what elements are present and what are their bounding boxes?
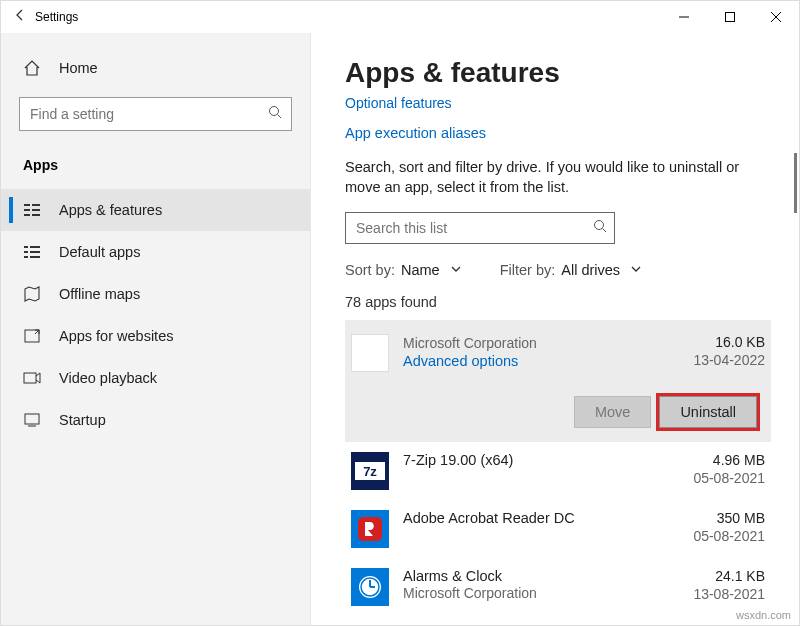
- app-execution-aliases-link[interactable]: App execution aliases: [345, 125, 771, 141]
- search-list-input[interactable]: [345, 212, 615, 244]
- sidebar-item-label: Apps & features: [59, 202, 162, 218]
- apps-count: 78 apps found: [345, 294, 771, 310]
- maximize-button[interactable]: [707, 1, 753, 33]
- advanced-options-link[interactable]: Advanced options: [403, 353, 518, 369]
- app-date: 13-08-2021: [693, 586, 765, 602]
- svg-rect-14: [24, 256, 28, 258]
- chevron-down-icon: [450, 262, 462, 278]
- list-search-wrap: [345, 212, 615, 244]
- search-icon: [593, 219, 607, 237]
- titlebar: Settings: [1, 1, 799, 33]
- sort-label: Sort by:: [345, 262, 395, 278]
- optional-features-link[interactable]: Optional features: [345, 95, 771, 111]
- app-date: 05-08-2021: [693, 528, 765, 544]
- svg-rect-1: [726, 12, 735, 21]
- sidebar-item-apps-for-websites[interactable]: Apps for websites: [1, 315, 310, 357]
- app-icon-7zip: 7z: [351, 452, 389, 490]
- svg-rect-19: [24, 373, 36, 383]
- sidebar-item-video-playback[interactable]: Video playback: [1, 357, 310, 399]
- apps-websites-icon: [23, 327, 41, 345]
- home-icon: [23, 59, 41, 77]
- app-name: 7-Zip 19.00 (x64): [403, 452, 693, 468]
- svg-rect-7: [24, 209, 30, 211]
- app-size: 4.96 MB: [693, 452, 765, 468]
- app-date: 05-08-2021: [693, 470, 765, 486]
- find-setting-wrap: [19, 97, 292, 131]
- startup-icon: [23, 411, 41, 429]
- sort-value: Name: [401, 262, 440, 278]
- app-row-selected[interactable]: Microsoft Corporation Advanced options 1…: [345, 320, 771, 442]
- svg-rect-9: [32, 204, 40, 206]
- uninstall-button[interactable]: Uninstall: [659, 396, 757, 428]
- app-row[interactable]: 7z 7-Zip 19.00 (x64) 4.96 MB 05-08-2021: [345, 442, 771, 500]
- move-button: Move: [574, 396, 651, 428]
- window-body: Home Apps Apps & features Default app: [1, 33, 799, 625]
- default-apps-icon: [23, 243, 41, 261]
- sidebar-item-label: Offline maps: [59, 286, 140, 302]
- filter-label: Filter by:: [500, 262, 556, 278]
- chevron-down-icon: [630, 262, 642, 278]
- svg-line-23: [603, 228, 607, 232]
- svg-rect-12: [24, 246, 28, 248]
- app-icon: [351, 334, 389, 372]
- page-title: Apps & features: [345, 57, 771, 89]
- settings-window: Settings Home: [0, 0, 800, 626]
- category-title: Apps: [1, 149, 310, 189]
- svg-line-5: [278, 115, 282, 119]
- svg-rect-6: [24, 204, 30, 206]
- sidebar-item-label: Apps for websites: [59, 328, 173, 344]
- minimize-button[interactable]: [661, 1, 707, 33]
- sort-dropdown[interactable]: Sort by: Name: [345, 262, 462, 278]
- scrollbar-thumb[interactable]: [794, 153, 797, 213]
- app-size: 350 MB: [693, 510, 765, 526]
- svg-rect-10: [32, 209, 40, 211]
- home-nav[interactable]: Home: [1, 53, 310, 97]
- watermark: wsxdn.com: [736, 609, 791, 621]
- app-publisher: Microsoft Corporation: [403, 585, 693, 601]
- window-controls: [661, 1, 799, 33]
- offline-maps-icon: [23, 285, 41, 303]
- filter-dropdown[interactable]: Filter by: All drives: [500, 262, 642, 278]
- app-name: Alarms & Clock: [403, 568, 693, 584]
- svg-rect-13: [24, 251, 28, 253]
- sidebar: Home Apps Apps & features Default app: [1, 33, 311, 625]
- sidebar-item-default-apps[interactable]: Default apps: [1, 231, 310, 273]
- svg-rect-11: [32, 214, 40, 216]
- svg-point-4: [270, 107, 279, 116]
- sidebar-item-offline-maps[interactable]: Offline maps: [1, 273, 310, 315]
- video-playback-icon: [23, 369, 41, 387]
- app-publisher: Microsoft Corporation: [403, 335, 693, 351]
- app-size: 24.1 KB: [693, 568, 765, 584]
- titlebar-left: Settings: [13, 8, 78, 26]
- app-list: Microsoft Corporation Advanced options 1…: [345, 320, 771, 616]
- app-icon-alarms: [351, 568, 389, 606]
- svg-point-22: [595, 220, 604, 229]
- filter-value: All drives: [561, 262, 620, 278]
- sidebar-item-label: Video playback: [59, 370, 157, 386]
- svg-rect-8: [24, 214, 30, 216]
- sidebar-item-startup[interactable]: Startup: [1, 399, 310, 441]
- description: Search, sort and filter by drive. If you…: [345, 157, 771, 198]
- svg-rect-17: [30, 256, 40, 258]
- close-button[interactable]: [753, 1, 799, 33]
- app-icon-adobe: [351, 510, 389, 548]
- svg-rect-16: [30, 251, 40, 253]
- sidebar-item-label: Startup: [59, 412, 106, 428]
- app-size: 16.0 KB: [693, 334, 765, 350]
- back-arrow-icon[interactable]: [13, 8, 27, 26]
- find-setting-input[interactable]: [19, 97, 292, 131]
- sidebar-item-apps-features[interactable]: Apps & features: [1, 189, 310, 231]
- apps-features-icon: [23, 201, 41, 219]
- filters-row: Sort by: Name Filter by: All drives: [345, 262, 771, 278]
- svg-rect-20: [25, 414, 39, 424]
- main-content: Apps & features Optional features App ex…: [311, 33, 799, 625]
- window-title: Settings: [35, 10, 78, 24]
- app-row[interactable]: Alarms & Clock Microsoft Corporation 24.…: [345, 558, 771, 616]
- sidebar-item-label: Default apps: [59, 244, 140, 260]
- app-row[interactable]: Adobe Acrobat Reader DC 350 MB 05-08-202…: [345, 500, 771, 558]
- search-icon: [268, 105, 282, 123]
- svg-rect-15: [30, 246, 40, 248]
- app-date: 13-04-2022: [693, 352, 765, 368]
- home-label: Home: [59, 60, 98, 76]
- svg-text:7z: 7z: [363, 464, 377, 479]
